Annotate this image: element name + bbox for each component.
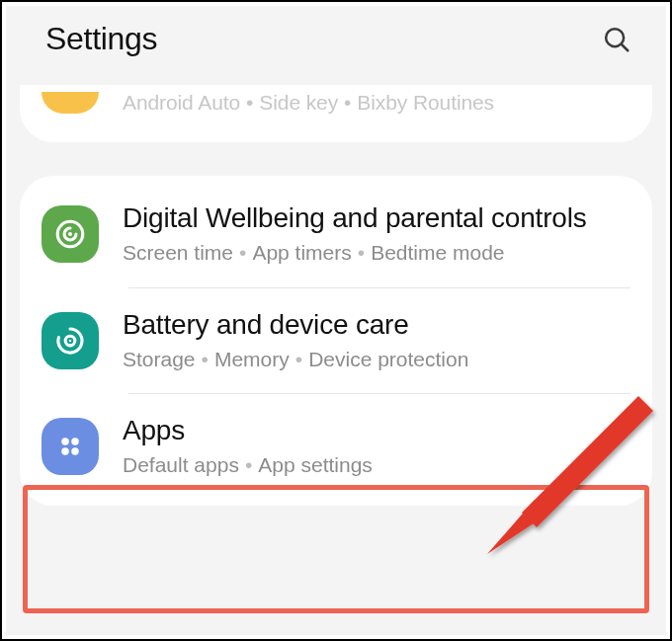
svg-point-7 (71, 439, 79, 446)
svg-point-6 (61, 439, 69, 446)
settings-card-group: Digital Wellbeing and parental controls … (20, 176, 652, 506)
search-icon (602, 25, 631, 54)
row-title: Apps (123, 414, 630, 447)
apps-icon (42, 418, 99, 475)
settings-header: Settings (6, 6, 666, 73)
row-subtitle: Storage•Memory•Device protection (123, 346, 630, 373)
svg-point-8 (61, 448, 69, 456)
settings-row-wellbeing[interactable]: Digital Wellbeing and parental controls … (20, 182, 652, 287)
svg-marker-10 (487, 500, 548, 554)
search-button[interactable] (599, 22, 634, 57)
row-subtitle-cut: Android Auto•Side key•Bixby Routines (123, 91, 630, 115)
row-subtitle: Screen time•App timers•Bedtime mode (123, 239, 630, 267)
settings-row-apps[interactable]: Apps Default apps•App settings (20, 394, 652, 500)
row-title: Digital Wellbeing and parental controls (123, 201, 630, 235)
wellbeing-icon (42, 205, 99, 263)
settings-row-advanced[interactable]: Android Auto•Side key•Bixby Routines (20, 85, 652, 115)
page-title: Settings (45, 21, 157, 57)
settings-card-prev: Android Auto•Side key•Bixby Routines (20, 85, 652, 142)
svg-point-3 (68, 232, 72, 236)
svg-point-9 (71, 448, 79, 456)
row-title: Battery and device care (123, 308, 630, 342)
settings-row-battery[interactable]: Battery and device care Storage•Memory•D… (20, 288, 652, 394)
row-subtitle: Default apps•App settings (123, 451, 630, 479)
svg-point-5 (69, 339, 72, 342)
svg-line-1 (622, 43, 629, 50)
battery-icon (42, 312, 99, 369)
advanced-icon-partial (42, 92, 99, 114)
